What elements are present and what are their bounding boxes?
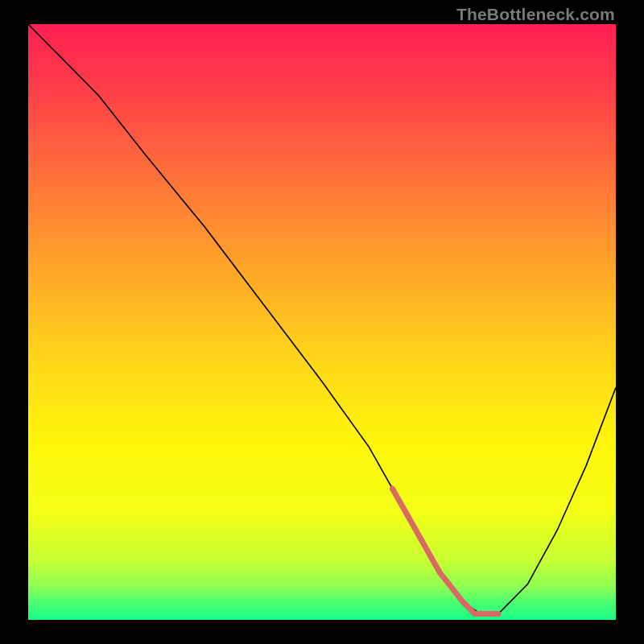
gradient-background bbox=[28, 24, 616, 620]
chart-frame: TheBottleneck.com bbox=[0, 0, 644, 644]
plot-area bbox=[28, 24, 616, 620]
watermark-text: TheBottleneck.com bbox=[456, 5, 615, 24]
chart-svg bbox=[28, 24, 616, 620]
